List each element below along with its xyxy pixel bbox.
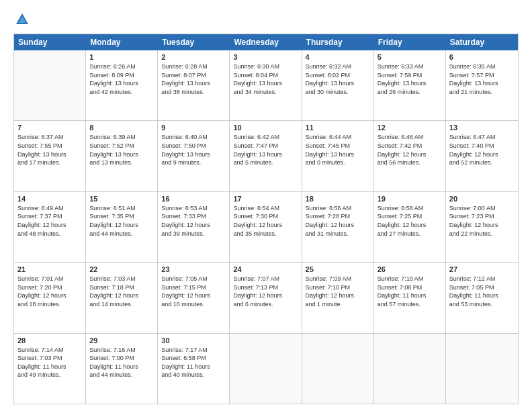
week-row-3: 14Sunrise: 6:49 AM Sunset: 7:37 PM Dayli… [14, 192, 518, 263]
day-number: 15 [89, 195, 154, 203]
header-day-saturday: Saturday [446, 34, 518, 50]
day-number: 29 [89, 336, 154, 345]
cal-cell [374, 334, 446, 404]
header-day-monday: Monday [86, 34, 158, 50]
day-number: 18 [306, 195, 370, 203]
calendar: SundayMondayTuesdayWednesdayThursdayFrid… [13, 34, 519, 404]
cal-cell: 30Sunrise: 7:17 AM Sunset: 6:58 PM Dayli… [158, 334, 230, 404]
day-number: 6 [449, 53, 515, 61]
calendar-body: 1Sunrise: 6:26 AM Sunset: 8:09 PM Daylig… [14, 50, 518, 404]
cal-cell: 13Sunrise: 6:47 AM Sunset: 7:40 PM Dayli… [446, 121, 518, 191]
page: SundayMondayTuesdayWednesdayThursdayFrid… [0, 0, 532, 411]
day-number: 28 [17, 336, 82, 345]
day-number: 3 [233, 53, 298, 61]
cal-cell: 16Sunrise: 6:53 AM Sunset: 7:33 PM Dayli… [158, 192, 230, 262]
day-info: Sunrise: 6:49 AM Sunset: 7:37 PM Dayligh… [17, 204, 82, 238]
day-number: 14 [17, 195, 82, 203]
cal-cell: 17Sunrise: 6:54 AM Sunset: 7:30 PM Dayli… [230, 192, 302, 262]
day-info: Sunrise: 6:28 AM Sunset: 8:07 PM Dayligh… [161, 62, 226, 96]
day-number: 20 [449, 195, 515, 203]
cal-cell: 2Sunrise: 6:28 AM Sunset: 8:07 PM Daylig… [158, 50, 230, 120]
day-number: 30 [161, 336, 226, 345]
day-number: 23 [161, 265, 226, 273]
day-info: Sunrise: 6:58 AM Sunset: 7:25 PM Dayligh… [378, 204, 442, 238]
day-number: 19 [378, 195, 442, 203]
cal-cell: 29Sunrise: 7:16 AM Sunset: 7:00 PM Dayli… [86, 334, 158, 404]
calendar-header: SundayMondayTuesdayWednesdayThursdayFrid… [14, 34, 518, 50]
day-number: 4 [306, 53, 370, 61]
cal-cell [230, 334, 302, 404]
cal-cell: 18Sunrise: 6:56 AM Sunset: 7:28 PM Dayli… [302, 192, 374, 262]
day-info: Sunrise: 6:47 AM Sunset: 7:40 PM Dayligh… [449, 133, 515, 167]
header-day-thursday: Thursday [302, 34, 374, 50]
day-info: Sunrise: 6:35 AM Sunset: 7:57 PM Dayligh… [449, 62, 515, 96]
day-info: Sunrise: 7:00 AM Sunset: 7:23 PM Dayligh… [449, 204, 515, 238]
week-row-5: 28Sunrise: 7:14 AM Sunset: 7:03 PM Dayli… [14, 334, 518, 404]
day-info: Sunrise: 7:09 AM Sunset: 7:10 PM Dayligh… [306, 275, 370, 308]
day-info: Sunrise: 7:17 AM Sunset: 6:58 PM Dayligh… [161, 346, 226, 379]
day-number: 16 [161, 195, 226, 203]
day-info: Sunrise: 7:07 AM Sunset: 7:13 PM Dayligh… [233, 275, 298, 308]
cal-cell [302, 334, 374, 404]
day-info: Sunrise: 6:44 AM Sunset: 7:45 PM Dayligh… [306, 133, 370, 167]
day-number: 13 [449, 124, 515, 132]
cal-cell: 5Sunrise: 6:33 AM Sunset: 7:59 PM Daylig… [374, 50, 446, 120]
day-info: Sunrise: 6:53 AM Sunset: 7:33 PM Dayligh… [161, 204, 226, 238]
cal-cell: 6Sunrise: 6:35 AM Sunset: 7:57 PM Daylig… [446, 50, 518, 120]
cal-cell: 22Sunrise: 7:03 AM Sunset: 7:18 PM Dayli… [86, 263, 158, 332]
day-info: Sunrise: 6:32 AM Sunset: 8:02 PM Dayligh… [306, 62, 370, 96]
day-info: Sunrise: 7:12 AM Sunset: 7:05 PM Dayligh… [449, 275, 515, 308]
cal-cell [446, 334, 518, 404]
week-row-1: 1Sunrise: 6:26 AM Sunset: 8:09 PM Daylig… [14, 50, 518, 121]
day-info: Sunrise: 6:37 AM Sunset: 7:55 PM Dayligh… [17, 133, 82, 167]
logo-icon [15, 12, 30, 27]
cal-cell: 14Sunrise: 6:49 AM Sunset: 7:37 PM Dayli… [14, 192, 86, 262]
day-number: 27 [449, 265, 515, 273]
day-number: 7 [17, 124, 82, 132]
header-day-wednesday: Wednesday [230, 34, 302, 50]
cal-cell [14, 50, 86, 120]
cal-cell: 26Sunrise: 7:10 AM Sunset: 7:08 PM Dayli… [374, 263, 446, 332]
day-info: Sunrise: 7:14 AM Sunset: 7:03 PM Dayligh… [17, 346, 82, 379]
day-info: Sunrise: 7:05 AM Sunset: 7:15 PM Dayligh… [161, 275, 226, 308]
day-number: 22 [89, 265, 154, 273]
cal-cell: 11Sunrise: 6:44 AM Sunset: 7:45 PM Dayli… [302, 121, 374, 191]
day-info: Sunrise: 6:33 AM Sunset: 7:59 PM Dayligh… [378, 62, 442, 96]
day-info: Sunrise: 6:51 AM Sunset: 7:35 PM Dayligh… [89, 204, 154, 238]
day-number: 17 [233, 195, 298, 203]
cal-cell: 1Sunrise: 6:26 AM Sunset: 8:09 PM Daylig… [86, 50, 158, 120]
week-row-4: 21Sunrise: 7:01 AM Sunset: 7:20 PM Dayli… [14, 263, 518, 333]
day-number: 11 [306, 124, 370, 132]
day-number: 26 [378, 265, 442, 273]
day-info: Sunrise: 7:16 AM Sunset: 7:00 PM Dayligh… [89, 346, 154, 379]
header-day-sunday: Sunday [14, 34, 86, 50]
cal-cell: 10Sunrise: 6:42 AM Sunset: 7:47 PM Dayli… [230, 121, 302, 191]
day-info: Sunrise: 7:03 AM Sunset: 7:18 PM Dayligh… [89, 275, 154, 308]
cal-cell: 28Sunrise: 7:14 AM Sunset: 7:03 PM Dayli… [14, 334, 86, 404]
day-info: Sunrise: 6:30 AM Sunset: 8:04 PM Dayligh… [233, 62, 298, 96]
cal-cell: 23Sunrise: 7:05 AM Sunset: 7:15 PM Dayli… [158, 263, 230, 332]
day-number: 5 [378, 53, 442, 61]
day-number: 9 [161, 124, 226, 132]
cal-cell: 27Sunrise: 7:12 AM Sunset: 7:05 PM Dayli… [446, 263, 518, 332]
cal-cell: 12Sunrise: 6:46 AM Sunset: 7:42 PM Dayli… [374, 121, 446, 191]
day-info: Sunrise: 7:01 AM Sunset: 7:20 PM Dayligh… [17, 275, 82, 308]
day-number: 12 [378, 124, 442, 132]
cal-cell: 24Sunrise: 7:07 AM Sunset: 7:13 PM Dayli… [230, 263, 302, 332]
week-row-2: 7Sunrise: 6:37 AM Sunset: 7:55 PM Daylig… [14, 121, 518, 191]
cal-cell: 3Sunrise: 6:30 AM Sunset: 8:04 PM Daylig… [230, 50, 302, 120]
day-info: Sunrise: 7:10 AM Sunset: 7:08 PM Dayligh… [378, 275, 442, 308]
day-number: 2 [161, 53, 226, 61]
cal-cell: 21Sunrise: 7:01 AM Sunset: 7:20 PM Dayli… [14, 263, 86, 332]
logo [13, 12, 30, 27]
day-number: 24 [233, 265, 298, 273]
cal-cell: 20Sunrise: 7:00 AM Sunset: 7:23 PM Dayli… [446, 192, 518, 262]
day-number: 25 [306, 265, 370, 273]
cal-cell: 25Sunrise: 7:09 AM Sunset: 7:10 PM Dayli… [302, 263, 374, 332]
cal-cell: 4Sunrise: 6:32 AM Sunset: 8:02 PM Daylig… [302, 50, 374, 120]
day-number: 21 [17, 265, 82, 273]
header-day-friday: Friday [374, 34, 446, 50]
header-day-tuesday: Tuesday [158, 34, 230, 50]
day-number: 10 [233, 124, 298, 132]
day-info: Sunrise: 6:46 AM Sunset: 7:42 PM Dayligh… [378, 133, 442, 167]
